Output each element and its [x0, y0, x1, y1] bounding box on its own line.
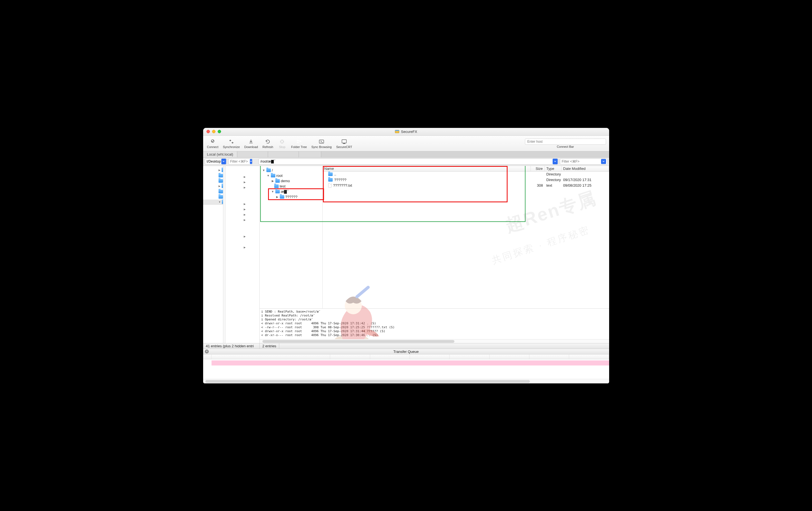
window-title: SecureFX: [401, 130, 417, 134]
col-size[interactable]: Size: [531, 166, 545, 171]
status-bar: 41 entries (plus 2 hidden entri 2 entrie…: [203, 343, 609, 349]
sync-browsing-label: Sync Browsing: [312, 145, 332, 149]
connect-button[interactable]: Connect: [205, 138, 221, 149]
transfer-queue-row[interactable]: [211, 361, 609, 366]
connect-bar-input[interactable]: [525, 139, 606, 145]
folder-icon: [219, 195, 223, 199]
sync-browsing-button[interactable]: Sync Browsing: [309, 138, 334, 149]
titlebar: SecureFX: [203, 128, 609, 136]
close-icon[interactable]: ✕: [205, 349, 209, 353]
disclosure-triangle-icon[interactable]: ▼: [267, 174, 270, 177]
folder-icon: [219, 190, 223, 193]
tab-remote-3[interactable]: [299, 151, 321, 157]
remote-filter-input[interactable]: [562, 160, 601, 164]
svg-rect-9: [343, 143, 345, 144]
transfer-queue-columns[interactable]: [203, 354, 609, 359]
remote-file-list: Name Size Type Date Modified ..Directory…: [323, 166, 609, 308]
scrollbar-thumb[interactable]: [262, 340, 455, 343]
session-tabs: Local (wht.local): [203, 151, 609, 158]
stop-button: Stop: [275, 138, 289, 149]
svg-rect-8: [342, 140, 346, 143]
securecrt-button[interactable]: SecureCRT: [334, 138, 354, 149]
tree-item[interactable]: ▼ root: [260, 173, 322, 178]
scrollbar-thumb[interactable]: [205, 380, 530, 383]
file-icon: [328, 183, 331, 188]
tree-item[interactable]: ▶ ??????: [260, 194, 322, 200]
file-type: Directory: [545, 178, 561, 182]
splitter[interactable]: [223, 166, 226, 343]
file-name: ??????: [335, 178, 346, 182]
disclosure-triangle-icon[interactable]: ▶: [271, 179, 274, 182]
app-icon: [395, 129, 399, 134]
list-row[interactable]: ??????Directory09/17/2020 17:31: [323, 177, 609, 183]
folder-icon: [271, 174, 275, 177]
file-date: 09/17/2020 17:31: [561, 178, 609, 182]
chevron-down-icon[interactable]: [221, 159, 226, 164]
folder-tree-button[interactable]: Folder Tree: [289, 138, 309, 149]
col-name[interactable]: Name: [323, 166, 531, 171]
remote-pane: 超Ren专属 共同探索 · 程序秘密 ▼ / ▼: [260, 166, 609, 343]
disclosure-triangle-icon[interactable]: ▼: [271, 190, 274, 193]
file-name: ???????.txt: [333, 183, 352, 188]
tree-item-label: test: [280, 184, 286, 188]
chevron-down-icon[interactable]: [601, 159, 606, 164]
remote-filter[interactable]: [560, 159, 607, 165]
refresh-button[interactable]: Refresh: [260, 138, 276, 149]
log-panel[interactable]: i SEND : RealPath, base=/root/æ¯ i Resol…: [260, 308, 609, 339]
disclosure-triangle-icon[interactable]: ▶: [276, 195, 279, 198]
local-filter[interactable]: [228, 159, 252, 165]
local-tree[interactable]: ▶ ▶ ▼: [203, 166, 223, 343]
horizontal-scrollbar[interactable]: [260, 339, 609, 343]
tree-item-label: demo: [281, 179, 290, 183]
transfer-queue-header: ✕ Transfer Queue: [203, 349, 609, 354]
close-window-button[interactable]: [206, 130, 210, 133]
tree-item[interactable]: ▼ /: [260, 168, 322, 173]
horizontal-scrollbar[interactable]: [203, 379, 609, 384]
folder-icon: [328, 178, 333, 181]
folder-icon: [219, 174, 223, 177]
tree-item[interactable]: ▶ demo: [260, 178, 322, 183]
file-date: 09/08/2020 17:25: [561, 183, 609, 188]
connect-label: Connect: [207, 145, 219, 149]
transfer-queue-body[interactable]: [203, 359, 609, 379]
folder-icon: [275, 179, 280, 183]
minimize-window-button[interactable]: [212, 130, 215, 133]
folder-icon: [222, 168, 223, 172]
remote-path-select[interactable]: /root/æ▇¯: [259, 159, 558, 165]
folder-icon: [219, 179, 223, 183]
synchronize-button[interactable]: Synchronize: [221, 138, 242, 149]
tree-item[interactable]: test: [260, 183, 322, 189]
local-file-list[interactable]: ▶ ▶ ▶ ▶ ▶ ▶ ▶ ▶ ▶: [226, 166, 259, 343]
toolbar: Connect Synchronize Download Refresh Sto…: [203, 136, 609, 151]
local-path-select[interactable]: t/Desktop: [205, 159, 227, 165]
folder-icon: [274, 184, 279, 188]
connect-bar-label: Connect Bar: [557, 145, 574, 148]
col-type[interactable]: Type: [545, 166, 561, 171]
folder-icon: [328, 172, 333, 176]
tree-item[interactable]: ▼ æ▇¯: [260, 189, 322, 194]
file-type: Directory: [545, 172, 561, 176]
file-type: text: [545, 183, 561, 188]
list-row[interactable]: ..Directory: [323, 172, 609, 177]
refresh-label: Refresh: [262, 145, 273, 149]
chevron-down-icon[interactable]: [553, 159, 558, 164]
remote-tree[interactable]: ▼ / ▼ root ▶ demo: [260, 166, 323, 308]
tab-local[interactable]: Local (wht.local): [203, 151, 237, 157]
col-date[interactable]: Date Modified: [561, 166, 609, 171]
tree-item-label: æ▇¯: [281, 190, 289, 194]
svg-rect-4: [297, 140, 298, 141]
tree-item-label: ??????: [285, 195, 297, 199]
folder-tree-label: Folder Tree: [291, 145, 307, 149]
chevron-down-icon[interactable]: [250, 159, 252, 164]
tab-remote-2[interactable]: [268, 151, 299, 157]
tab-remote-1[interactable]: [237, 151, 268, 157]
svg-rect-6: [300, 141, 301, 142]
disclosure-triangle-icon[interactable]: ▼: [262, 169, 265, 172]
status-right: 2 entries: [260, 343, 280, 349]
zoom-window-button[interactable]: [218, 130, 221, 133]
stop-label: Stop: [279, 145, 285, 149]
list-row[interactable]: ???????.txt308text09/08/2020 17:25: [323, 183, 609, 188]
local-filter-input[interactable]: [230, 160, 250, 164]
download-button[interactable]: Download: [242, 138, 260, 149]
list-header[interactable]: Name Size Type Date Modified: [323, 166, 609, 172]
